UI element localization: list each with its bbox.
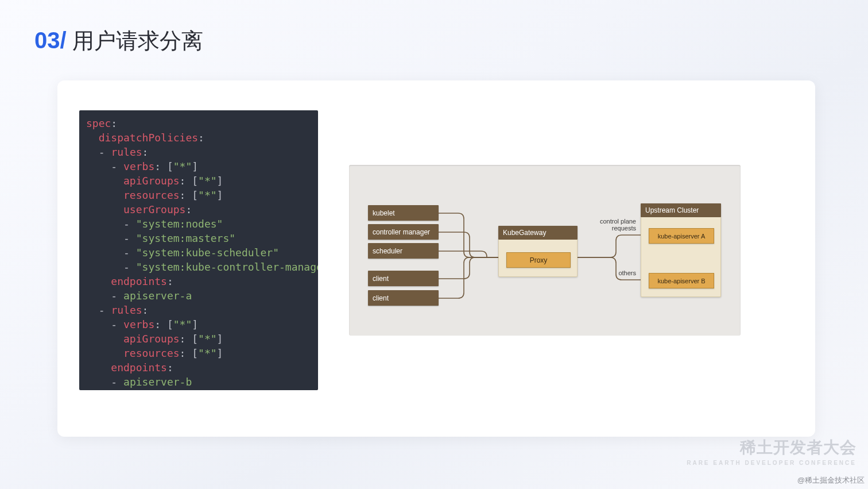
architecture-diagram: kubelet controller manager scheduler cli… (349, 165, 741, 336)
apiserver-a-box: kube-apiserver A (649, 228, 714, 244)
box-controller-manager: controller manager (368, 224, 439, 240)
box-scheduler: scheduler (368, 243, 439, 259)
label-control-plane: control plane requests (587, 218, 636, 232)
footer-brand: 稀土开发者大会 RARE EARTH DEVELOPER CONFERENCE (687, 437, 857, 466)
title-text: 用户请求分离 (72, 26, 203, 56)
label-others: others (604, 269, 636, 276)
box-kubelet: kubelet (368, 205, 439, 221)
upstream-title: Upstream Cluster (641, 203, 721, 217)
slide-title: 03/ 用户请求分离 (34, 26, 203, 56)
upstream-container: Upstream Cluster kube-apiserver A kube-a… (641, 203, 721, 297)
apiserver-b-box: kube-apiserver B (649, 273, 714, 288)
box-client-1: client (368, 271, 439, 286)
footer-brand-big: 稀土开发者大会 (687, 437, 857, 459)
box-client-2: client (368, 290, 439, 306)
proxy-box: Proxy (506, 252, 571, 268)
gateway-title: KubeGateway (498, 226, 578, 240)
footer-brand-small: RARE EARTH DEVELOPER CONFERENCE (687, 460, 857, 466)
yaml-code-block: spec: dispatchPolicies: - rules: - verbs… (79, 110, 318, 390)
content-card: spec: dispatchPolicies: - rules: - verbs… (57, 80, 815, 437)
footer-credit: @稀土掘金技术社区 (797, 475, 865, 486)
gateway-container: KubeGateway Proxy (498, 226, 578, 277)
title-number: 03/ (34, 28, 67, 53)
